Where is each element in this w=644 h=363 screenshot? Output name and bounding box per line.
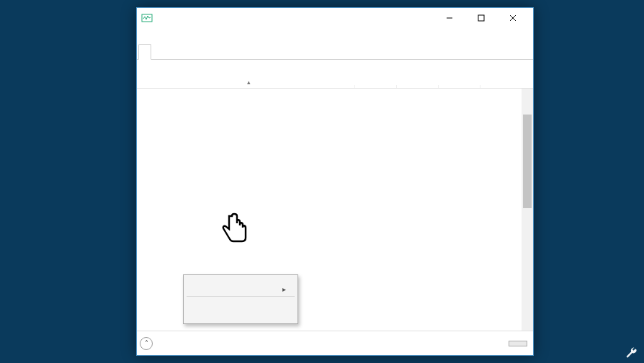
menu-options[interactable]	[151, 34, 163, 37]
tab-users[interactable]	[186, 44, 197, 59]
wrench-icon	[625, 346, 639, 360]
network-column-header[interactable]	[480, 85, 522, 88]
process-list: ▸	[137, 89, 533, 331]
menu-view[interactable]	[163, 34, 174, 37]
ctx-search-online[interactable]	[185, 310, 296, 316]
fewer-details-button[interactable]: ˄	[140, 337, 157, 350]
ctx-separator	[187, 296, 295, 297]
context-menu: ▸	[183, 274, 298, 324]
ctx-go-to-details[interactable]	[185, 299, 296, 305]
tab-details[interactable]	[197, 44, 209, 59]
tab-startup[interactable]	[174, 44, 186, 59]
scrollbar-thumb[interactable]	[523, 115, 532, 208]
disk-column-header[interactable]	[438, 85, 480, 88]
tab-processes[interactable]	[138, 44, 151, 60]
close-button[interactable]	[497, 9, 529, 27]
maximize-button[interactable]	[465, 9, 497, 27]
tab-services[interactable]	[209, 44, 220, 59]
ctx-end-task[interactable]	[185, 277, 296, 282]
tabs-bar	[137, 44, 533, 60]
column-header: ▴	[137, 60, 533, 89]
background-processes-header	[137, 89, 533, 109]
minimize-button[interactable]	[434, 9, 465, 27]
titlebar	[137, 8, 533, 28]
name-column-header[interactable]: ▴	[137, 79, 354, 88]
ctx-properties[interactable]	[185, 316, 296, 322]
memory-column-header[interactable]	[396, 85, 438, 88]
chevron-up-icon: ˄	[140, 337, 153, 350]
tab-performance[interactable]	[151, 44, 163, 59]
tab-app-history[interactable]	[163, 44, 174, 59]
watermark	[625, 346, 638, 360]
menubar	[137, 28, 533, 42]
end-task-button[interactable]	[509, 341, 527, 346]
taskmgr-app-icon	[141, 12, 153, 24]
sort-asc-icon: ▴	[143, 79, 354, 85]
ctx-create-dump[interactable]	[185, 288, 296, 294]
ctx-open-location[interactable]	[185, 305, 296, 310]
footer: ˄	[137, 331, 533, 355]
cpu-column-header[interactable]	[354, 85, 396, 88]
menu-file[interactable]	[140, 34, 151, 37]
task-manager-window: ▴ ▸ ˄	[136, 7, 534, 356]
vertical-scrollbar[interactable]	[522, 89, 533, 331]
ctx-resource-values[interactable]: ▸	[185, 282, 296, 288]
submenu-arrow-icon: ▸	[282, 285, 286, 293]
svg-rect-2	[478, 15, 484, 21]
